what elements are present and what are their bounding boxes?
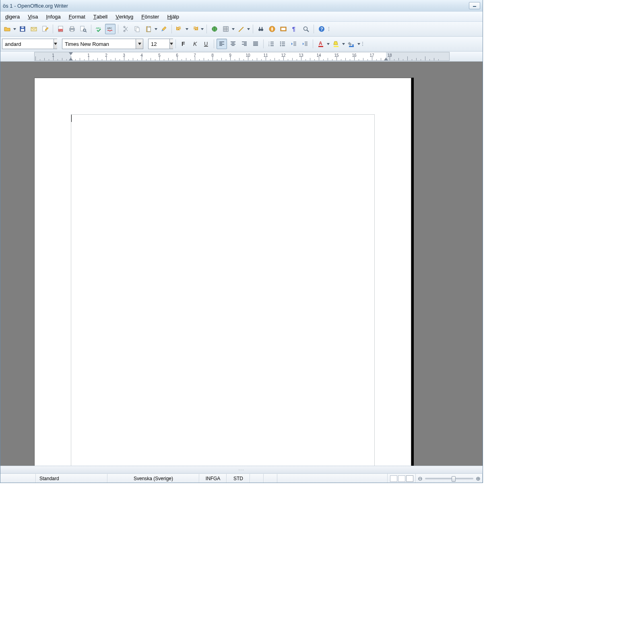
toolbar-overflow[interactable] <box>328 24 332 34</box>
dropdown-arrow[interactable] <box>231 24 235 34</box>
chevron-down-icon <box>247 28 250 30</box>
right-indent-marker[interactable] <box>384 58 388 60</box>
status-signature-cell[interactable] <box>264 474 277 483</box>
font-name-combo-dropdown[interactable] <box>136 39 143 49</box>
dropdown-arrow[interactable] <box>154 24 158 34</box>
paste-button[interactable] <box>143 24 154 34</box>
save-button[interactable] <box>17 24 28 34</box>
open-button[interactable] <box>2 24 12 34</box>
svg-rect-23 <box>148 26 149 27</box>
auto-spellcheck-button[interactable]: ABC <box>105 24 116 34</box>
italic-button[interactable]: K <box>190 39 200 49</box>
svg-text:¶: ¶ <box>292 26 295 32</box>
toolbar-overflow[interactable] <box>362 39 365 49</box>
font-size-combo-input[interactable] <box>149 39 169 49</box>
zoom-slider-thumb[interactable] <box>452 476 456 482</box>
background-color-button[interactable] <box>346 39 357 49</box>
status-page-cell[interactable] <box>0 474 36 483</box>
dropdown-arrow[interactable] <box>246 24 250 34</box>
copy-button[interactable] <box>132 24 142 34</box>
multi-page-view-icon[interactable] <box>398 475 405 482</box>
menu-visa[interactable]: Visa <box>24 12 42 21</box>
bold-button[interactable]: F <box>178 39 189 49</box>
align-right-button[interactable] <box>239 39 250 49</box>
horizontal-ruler[interactable]: 1123456789101112131415161718 <box>34 52 450 61</box>
document-page[interactable] <box>34 78 411 466</box>
status-language-cell[interactable]: Svenska (Sverige) <box>107 474 199 483</box>
help-button[interactable]: ? <box>316 24 327 34</box>
dropdown-arrow[interactable] <box>185 24 189 34</box>
zoom-in-icon[interactable]: ⊕ <box>476 475 481 482</box>
horizontal-scroll-grip[interactable]: ··· <box>0 466 483 473</box>
status-insert-mode-cell[interactable]: INFGA <box>199 474 227 483</box>
edit-mode-button[interactable] <box>40 24 50 34</box>
status-view-layout-cell[interactable] <box>388 474 416 483</box>
single-page-view-icon[interactable] <box>390 475 397 482</box>
redo-button[interactable] <box>190 24 200 34</box>
gallery-button[interactable] <box>278 24 289 34</box>
zoom-out-icon[interactable]: ⊖ <box>418 475 423 482</box>
align-center-button[interactable] <box>228 39 238 49</box>
first-line-indent-marker[interactable] <box>69 52 73 55</box>
status-style-cell[interactable]: Standard <box>36 474 107 483</box>
outdent-icon <box>290 40 297 47</box>
find-replace-button[interactable] <box>256 24 266 34</box>
menu-infoga[interactable]: Infoga <box>42 12 64 21</box>
menu-verktyg[interactable]: Verktyg <box>111 12 137 21</box>
bullet-list-button[interactable] <box>277 39 288 49</box>
font-size-combo[interactable] <box>148 39 173 49</box>
nonprinting-chars-button[interactable]: ¶ <box>289 24 300 34</box>
cut-button[interactable] <box>121 24 131 34</box>
decrease-indent-button[interactable] <box>289 39 299 49</box>
numbered-list-button[interactable]: 123 <box>266 39 277 49</box>
navigator-button[interactable] <box>267 24 277 34</box>
formatting-toolbar: FKU123A <box>0 37 483 52</box>
ruler-number: 15 <box>334 53 339 58</box>
font-name-combo-input[interactable] <box>62 39 136 49</box>
undo-button[interactable] <box>174 24 185 34</box>
align-left-button[interactable] <box>217 39 227 49</box>
font-name-combo[interactable] <box>62 39 143 49</box>
zoom-slider[interactable] <box>425 478 473 479</box>
minimize-button[interactable] <box>469 2 480 9</box>
paragraph-style-combo-dropdown[interactable] <box>54 39 57 49</box>
align-justify-button[interactable] <box>250 39 261 49</box>
dropdown-arrow[interactable] <box>200 24 204 34</box>
status-insert-text: INFGA <box>206 476 221 481</box>
menu-hjälp[interactable]: Hjälp <box>163 12 183 21</box>
font-size-combo-dropdown[interactable] <box>169 39 173 49</box>
menu-fönster[interactable]: Fönster <box>137 12 163 21</box>
zoom-button[interactable] <box>301 24 311 34</box>
paragraph-style-combo[interactable] <box>2 39 57 49</box>
highlight-color-button[interactable] <box>331 39 341 49</box>
underline-button[interactable]: U <box>201 39 211 49</box>
svg-point-87 <box>352 44 354 46</box>
insert-table-button[interactable] <box>221 24 231 34</box>
menu-format[interactable]: Format <box>65 12 89 21</box>
svg-rect-2 <box>21 27 24 28</box>
status-zoom-cell[interactable]: ⊖ ⊕ <box>416 474 483 483</box>
email-button[interactable] <box>29 24 39 34</box>
font-color-button[interactable]: A <box>316 39 326 49</box>
book-view-icon[interactable] <box>406 475 413 482</box>
svg-rect-20 <box>136 28 139 32</box>
left-indent-marker[interactable] <box>69 58 73 60</box>
format-paintbrush-button[interactable] <box>159 24 169 34</box>
hyperlink-button[interactable] <box>209 24 220 34</box>
menu-digera[interactable]: digera <box>1 12 24 21</box>
draw-functions-button[interactable] <box>236 24 246 34</box>
spellcheck-button[interactable]: ABC <box>94 24 104 34</box>
paragraph-style-combo-input[interactable] <box>2 39 54 49</box>
dropdown-arrow[interactable] <box>326 39 330 49</box>
dropdown-arrow[interactable] <box>341 39 345 49</box>
italic-icon: K <box>191 40 198 47</box>
print-preview-button[interactable] <box>78 24 89 34</box>
dropdown-arrow[interactable] <box>12 24 17 34</box>
menu-tabell[interactable]: Tabell <box>89 12 111 21</box>
export-pdf-button[interactable]: PDF <box>56 24 66 34</box>
dropdown-arrow[interactable] <box>357 39 361 49</box>
status-modified-cell[interactable] <box>250 474 264 483</box>
increase-indent-button[interactable] <box>300 39 310 49</box>
print-button[interactable] <box>67 24 77 34</box>
status-selection-mode-cell[interactable]: STD <box>227 474 250 483</box>
